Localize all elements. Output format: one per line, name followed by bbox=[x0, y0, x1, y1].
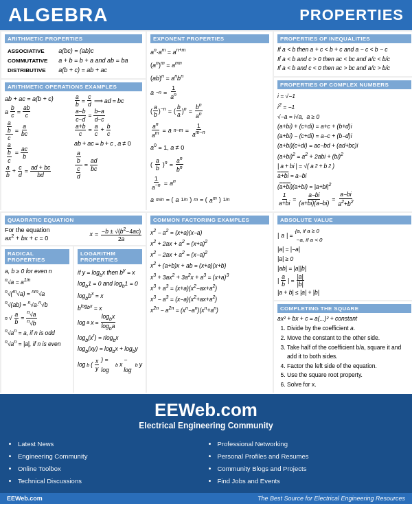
arith-op-4: abc = acb bbox=[5, 141, 73, 164]
inequalities-section: Properties of Inequalities If a < b then… bbox=[274, 32, 412, 76]
completing-square-section: Completing the Square ax² + bx + c = a(.… bbox=[274, 301, 412, 392]
rad-log-row: Radical Properties a, b ≥ 0 for even n n… bbox=[1, 246, 146, 393]
exp-f7: a0 = 1, a ≠ 0 bbox=[150, 141, 269, 154]
col3: Properties of Inequalities If a < b then… bbox=[274, 32, 412, 210]
comm-label: Commutative bbox=[6, 56, 56, 65]
completing-formula: ax² + bx + c = a(...)² + constant bbox=[277, 315, 411, 322]
col1-mid: Quadratic Equation For the equation ax2 … bbox=[1, 213, 146, 393]
footer-link-profiles[interactable]: Personal Profiles and Resumes bbox=[218, 450, 404, 463]
fact-4: x2 + (a+b)x + ab = (x+a)(x+b) bbox=[150, 259, 269, 270]
table-row: Commutative a + b = b + a and ab = ba bbox=[6, 56, 141, 65]
bottom-tagline: The Best Source for Electrical Engineeri… bbox=[258, 495, 405, 502]
footer: EEWeb.com Electrical Engineering Communi… bbox=[0, 394, 412, 504]
log-f5: logax = logbxlogba bbox=[78, 313, 142, 332]
footer-link-news[interactable]: Latest News bbox=[18, 438, 205, 450]
fact-8: x2n − a2n = (xn−an)(xn+an) bbox=[150, 304, 269, 315]
abs-5: |ab| = |a||b| bbox=[277, 273, 411, 288]
fact-3: x2 − 2ax + a2 = (x−a)2 bbox=[150, 248, 269, 259]
footer-link-toolbox[interactable]: Online Toolbox bbox=[18, 463, 205, 475]
footer-section: EEWeb.com Electrical Engineering Communi… bbox=[0, 394, 412, 493]
inequalities-title: Properties of Inequalities bbox=[277, 34, 411, 43]
footer-link-networking[interactable]: Professional Networking bbox=[218, 438, 404, 450]
cx-3: √−a = i√a, a ≥ 0 bbox=[277, 112, 411, 122]
cx-10: (a+bi)(a+bi) = |a+bi|2 bbox=[277, 181, 411, 192]
complex-title: Properties of Complex Numbers bbox=[277, 80, 411, 89]
quadratic-section: Quadratic Equation For the equation ax2 … bbox=[1, 213, 146, 245]
footer-link-eng-community[interactable]: Engineering Community bbox=[18, 450, 205, 463]
factoring-section: Common Factoring Examples x2 − a2 = (x+a… bbox=[147, 213, 273, 393]
header-subtitle: PROPERTIES bbox=[299, 6, 404, 24]
exp-f2: (an)m = anm bbox=[150, 58, 269, 71]
exponent-title: Exponent Properties bbox=[150, 34, 269, 43]
assoc-label: Associative bbox=[6, 47, 56, 55]
exp-f8: ( ab )n = anbn bbox=[150, 156, 269, 173]
ineq-3: If a < b and c < 0 then ac > bc and a/c … bbox=[277, 64, 411, 73]
footer-link-jobs[interactable]: Find Jobs and Events bbox=[218, 475, 404, 487]
fact-5: x3 + 3ax2 + 3a2x + a3 = (x+a)3 bbox=[150, 271, 269, 282]
step-6: Solve for x. bbox=[287, 380, 411, 390]
exp-f3: (ab)n = anbn bbox=[150, 71, 269, 84]
exp-f9: 1a−n = an bbox=[150, 175, 269, 191]
cx-8: |a+bi| = √(a2+b2) bbox=[277, 161, 411, 171]
cx-2: i2 = −1 bbox=[277, 101, 411, 112]
cx-7: (a+bi)2 = a2 + 2abi + (bi)2 bbox=[277, 150, 411, 161]
quadratic-title: Quadratic Equation bbox=[5, 216, 142, 224]
quadratic-desc: For the equation ax2 + bx + c = 0 bbox=[5, 227, 50, 242]
arith-ops-right: ab = cd ⟹ ad = bc a−bc−d = b−ad−c a+bc = bbox=[74, 93, 142, 180]
complex-formulas: i = √−1 i2 = −1 √−a = i√a, a ≥ 0 (a+bi) … bbox=[277, 91, 411, 207]
ineq-1: If a < b then a + c < b + c and a − c < … bbox=[277, 45, 411, 55]
arith-op-r3: a+bc = ac + bc bbox=[74, 123, 142, 137]
arith-op-2: a bc = abc bbox=[5, 104, 73, 119]
arith-op-3: abc = abc bbox=[5, 119, 73, 142]
factoring-formulas: x2 − a2 = (x+a)(x−a) x2 + 2ax + a2 = (x+… bbox=[150, 227, 269, 316]
fact-7: x3 − a3 = (x−a)(x2+ax+a2) bbox=[150, 293, 269, 304]
rad-f4: n√ab = n√an√b bbox=[5, 310, 69, 327]
fact-6: x3 + a3 = (x+a)(x2−ax+a2) bbox=[150, 282, 269, 293]
footer-links-col2: Professional Networking Personal Profile… bbox=[208, 438, 404, 487]
exp-f10: am/n = (a1/n)m = (am)1/n bbox=[150, 194, 269, 207]
table-row: Associative a(bc) = (ab)c bbox=[6, 47, 141, 55]
rad-f6: n√an = |a|, if n is even bbox=[5, 338, 69, 349]
col3-mid: Absolute Value |a| = {a, if a ≥ 0 −a, if… bbox=[274, 213, 412, 393]
ineq-2: If a < b and c > 0 then ac < bc and a/c … bbox=[277, 55, 411, 65]
arithmetic-properties-title: Arithmetic Properties bbox=[5, 34, 142, 43]
quad-for-eq: For the equation bbox=[5, 227, 50, 233]
step-1: Divide by the coefficient a. bbox=[287, 324, 411, 334]
abs-4: |ab| = |a||b| bbox=[277, 264, 411, 273]
exp-f6: anam = an−m = 1am−n bbox=[150, 122, 269, 139]
exp-f4: a−n = 1an bbox=[150, 84, 269, 100]
footer-brand: EEWeb.com Electrical Engineering Communi… bbox=[8, 400, 404, 435]
footer-link-tech-disc[interactable]: Technical Discussions bbox=[18, 475, 205, 487]
quad-eq: ax2 + bx + c = 0 bbox=[5, 233, 50, 242]
log-f3: logbbx = x bbox=[78, 290, 142, 302]
arithmetic-properties-table: Associative a(bc) = (ab)c Commutative a … bbox=[5, 45, 142, 76]
footer-link-blogs[interactable]: Community Blogs and Projects bbox=[218, 463, 404, 475]
footer-eeweb-brand: EEWeb.com bbox=[8, 400, 404, 421]
cx-5: (a+bi) − (c+di) = a−c + (b−d)i bbox=[277, 131, 411, 141]
abs-3: |a| ≥ 0 bbox=[277, 254, 411, 264]
radical-formulas: a, b ≥ 0 for even n n√a = a1/n n√(m√a) =… bbox=[5, 266, 69, 349]
bottom-bar: EEWeb.com The Best Source for Electrical… bbox=[0, 493, 412, 504]
comm-formula: a + b = b + a and ab = ba bbox=[57, 56, 141, 65]
fact-2: x2 + 2ax + a2 = (x+a)2 bbox=[150, 238, 269, 248]
log-f8: logb( xy ) = logbx − logby bbox=[78, 355, 142, 374]
cx-9: a+bi = a−bi bbox=[277, 171, 411, 181]
step-4: Factor the left side of the equation. bbox=[287, 362, 411, 371]
factoring-title: Common Factoring Examples bbox=[150, 216, 269, 224]
complex-section: Properties of Complex Numbers i = √−1 i2… bbox=[274, 78, 412, 210]
header: ALGEBRA PROPERTIES bbox=[0, 0, 412, 30]
inequalities-formulas: If a < b then a + c < b + c and a − c < … bbox=[277, 45, 411, 73]
logarithm-section: Logarithm Properties if y = logbx then b… bbox=[74, 246, 146, 393]
arith-ops-left: ab + ac = a(b + c) a bc = abc abc = abc … bbox=[5, 93, 73, 180]
log-f4: blogbx = x bbox=[78, 302, 142, 313]
arith-op-r5: abcd = adbc bbox=[74, 150, 142, 180]
rad-f5: n√an = a, if n is odd bbox=[5, 327, 69, 338]
arith-op-r2: a−bc−d = b−ad−c bbox=[74, 108, 142, 122]
exp-f1: an·am = an+m bbox=[150, 45, 269, 58]
abs-2: |a| = |−a| bbox=[277, 244, 411, 254]
abs-6: |a + b| ≤ |a| + |b| bbox=[277, 288, 411, 297]
exp-f5: ( ab )−n = ( ba )n = bnan bbox=[150, 102, 269, 119]
log-f6: logb(xr) = rlogbx bbox=[78, 332, 142, 344]
step-2: Move the constant to the other side. bbox=[287, 334, 411, 343]
arithmetic-operations-section: Arithmetic Operations Examples ab + ac =… bbox=[1, 80, 146, 210]
